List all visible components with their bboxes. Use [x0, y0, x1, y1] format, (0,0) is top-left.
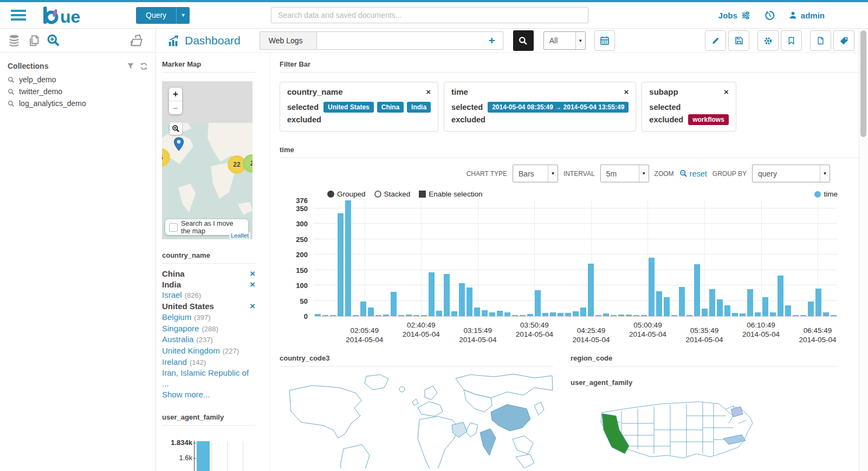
- filter-chip-selected[interactable]: India: [407, 102, 431, 113]
- bar[interactable]: [626, 315, 632, 316]
- close-icon[interactable]: ×: [606, 87, 629, 96]
- bar[interactable]: [611, 315, 617, 316]
- bar[interactable]: [717, 299, 723, 316]
- bar[interactable]: [785, 305, 791, 316]
- remove-facet-icon[interactable]: ×: [250, 302, 255, 311]
- show-more-link[interactable]: Show more...: [162, 389, 255, 400]
- bar[interactable]: [831, 315, 837, 316]
- bar[interactable]: [527, 314, 533, 316]
- documents-icon[interactable]: [27, 34, 40, 47]
- map-boxzoom-button[interactable]: [170, 122, 182, 135]
- filter-chip-excluded[interactable]: workflows: [688, 114, 729, 125]
- bar[interactable]: [641, 315, 647, 316]
- marker-map[interactable]: + − 5 22 2 Search as I move the map Leaf…: [162, 81, 252, 239]
- bar[interactable]: [565, 313, 571, 316]
- edit-pencil-button[interactable]: [705, 30, 726, 51]
- bar[interactable]: [459, 283, 465, 316]
- bar[interactable]: [413, 315, 419, 316]
- facet-value-link[interactable]: Iran, Islamic Republic of ...: [162, 368, 255, 389]
- bar[interactable]: [762, 297, 768, 316]
- bar[interactable]: [375, 315, 381, 316]
- user-menu[interactable]: admin: [789, 11, 825, 20]
- leaflet-attribution-link[interactable]: Leaflet: [229, 232, 250, 239]
- chevron-down-icon[interactable]: ▼: [176, 7, 190, 24]
- bookmark-button[interactable]: [781, 30, 802, 51]
- collection-item[interactable]: log_analytics_demo: [0, 97, 156, 109]
- filter-chip-selected[interactable]: 2014-05-04 08:35:49 → 2014-05-04 13:55:4…: [488, 102, 629, 113]
- save-button[interactable]: [728, 30, 749, 51]
- bar[interactable]: [793, 315, 799, 316]
- map-zoom-out-button[interactable]: −: [169, 101, 182, 114]
- bar[interactable]: [671, 315, 677, 316]
- stacked-radio[interactable]: Stacked: [374, 190, 411, 198]
- bar[interactable]: [724, 305, 730, 316]
- global-search-input[interactable]: [271, 7, 588, 23]
- bar[interactable]: [679, 287, 685, 316]
- bar[interactable]: [732, 313, 738, 316]
- facet-value-link[interactable]: Ireland: [162, 357, 187, 368]
- bar[interactable]: [520, 315, 526, 316]
- bar[interactable]: [436, 311, 442, 316]
- bar[interactable]: [504, 312, 510, 316]
- folder-open-icon[interactable]: [129, 34, 144, 48]
- bar[interactable]: [747, 289, 753, 316]
- hue-logo[interactable]: ue: [42, 6, 94, 24]
- add-query-icon[interactable]: +: [481, 32, 503, 49]
- query-split-button[interactable]: Query ▼: [136, 7, 190, 24]
- country-code3-world-map[interactable]: [280, 373, 553, 468]
- series-legend-time[interactable]: time: [814, 190, 838, 198]
- filter-chip-selected[interactable]: China: [377, 102, 404, 113]
- bar[interactable]: [618, 315, 624, 316]
- bar[interactable]: [573, 311, 579, 316]
- bar[interactable]: [808, 302, 814, 316]
- collection-item[interactable]: yelp_demo: [0, 74, 156, 86]
- filter-funnel-icon[interactable]: [127, 62, 134, 70]
- bar[interactable]: [633, 315, 639, 316]
- facet-value-link[interactable]: Singapore: [162, 323, 199, 334]
- bar[interactable]: [823, 312, 829, 316]
- bar[interactable]: [770, 312, 776, 316]
- bar[interactable]: [391, 292, 397, 316]
- bar[interactable]: [451, 311, 457, 316]
- bar[interactable]: [345, 200, 351, 316]
- settings-gear-button[interactable]: [757, 30, 779, 51]
- facet-value-link[interactable]: India: [162, 279, 181, 290]
- bar[interactable]: [558, 313, 563, 316]
- refresh-icon[interactable]: [140, 62, 148, 70]
- bar[interactable]: [800, 315, 806, 316]
- zoom-reset-link[interactable]: reset: [679, 169, 707, 178]
- bar[interactable]: [322, 315, 328, 316]
- hamburger-menu-icon[interactable]: [11, 8, 26, 23]
- bar[interactable]: [686, 315, 692, 316]
- bar[interactable]: [535, 290, 541, 316]
- close-icon[interactable]: ×: [407, 87, 431, 96]
- remove-facet-icon[interactable]: ×: [250, 269, 255, 278]
- bar[interactable]: [338, 213, 344, 316]
- bar[interactable]: [649, 258, 655, 316]
- facet-value-link[interactable]: United Kingdom: [162, 345, 220, 356]
- bar[interactable]: [512, 315, 518, 316]
- bar[interactable]: [497, 311, 503, 316]
- bar[interactable]: [467, 287, 472, 317]
- history-icon[interactable]: [765, 10, 775, 21]
- bar[interactable]: [474, 308, 480, 316]
- bar[interactable]: [815, 289, 821, 316]
- bar[interactable]: [353, 315, 359, 316]
- bar[interactable]: [595, 315, 601, 316]
- bar[interactable]: [330, 315, 336, 316]
- region-code-us-map[interactable]: [597, 392, 839, 465]
- time-bar-chart[interactable]: 376350300250200150100500: [314, 200, 838, 317]
- execute-search-button[interactable]: [513, 30, 534, 51]
- bar[interactable]: [542, 313, 548, 316]
- facet-value-link[interactable]: Australia: [162, 334, 193, 345]
- bar[interactable]: [482, 310, 488, 316]
- grouped-radio[interactable]: Grouped: [327, 190, 366, 198]
- bar[interactable]: [755, 312, 761, 316]
- filter-chip-selected[interactable]: United States: [323, 102, 374, 113]
- bar[interactable]: [778, 276, 783, 316]
- map-zoom-in-button[interactable]: +: [169, 88, 182, 101]
- facet-value-link[interactable]: United States: [162, 301, 214, 312]
- tags-button[interactable]: [833, 30, 854, 51]
- group-by-select[interactable]: query▼: [752, 165, 830, 182]
- jobs-label[interactable]: Jobs: [718, 11, 737, 20]
